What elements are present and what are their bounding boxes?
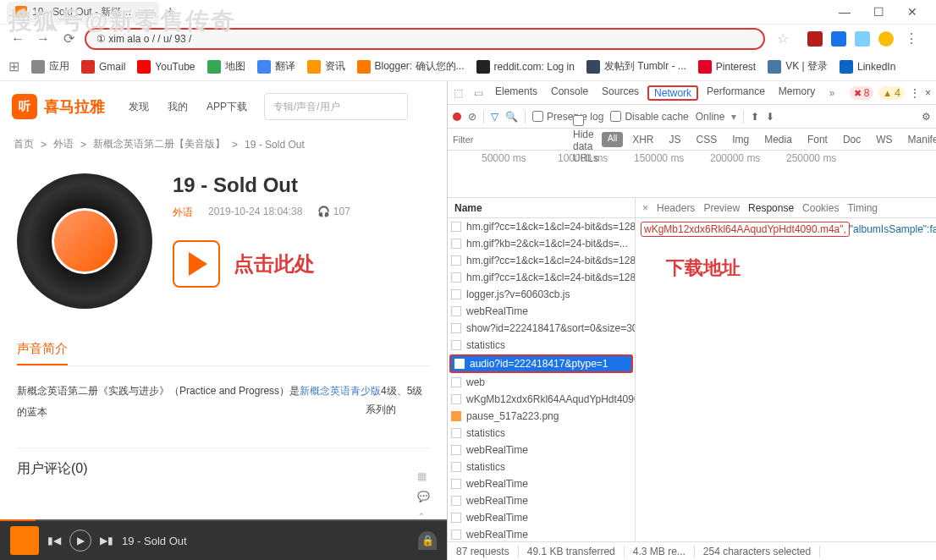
bookmark-item[interactable]: reddit.com: Log in bbox=[476, 59, 575, 74]
menu-icon[interactable]: ⋮ bbox=[902, 30, 921, 48]
request-row[interactable]: statistics bbox=[448, 458, 635, 475]
crumb-item[interactable]: 新概念英语第二册【美音版】 bbox=[93, 137, 225, 151]
reload-button[interactable]: ⟳ bbox=[59, 30, 78, 48]
upload-icon[interactable]: ⬆ bbox=[751, 111, 759, 123]
gear-icon[interactable]: ⚙ bbox=[922, 111, 931, 123]
devtools-tab-elements[interactable]: Elements bbox=[488, 85, 544, 97]
filter-doc[interactable]: Doc bbox=[837, 132, 867, 147]
minimize-button[interactable]: — bbox=[828, 1, 862, 23]
request-row[interactable]: hm.gif?kb=2&ck=1&cl=24-bit&ds=... bbox=[448, 235, 635, 252]
qr-icon[interactable]: ▦ bbox=[417, 470, 430, 482]
response-tab-cookies[interactable]: Cookies bbox=[802, 202, 839, 214]
filter-icon[interactable]: ▽ bbox=[491, 111, 498, 123]
close-devtools-icon[interactable]: × bbox=[925, 87, 931, 99]
nav-item[interactable]: 我的 bbox=[168, 100, 188, 114]
crumb-item[interactable]: 外语 bbox=[53, 137, 74, 151]
settings-icon[interactable]: ⋮ bbox=[910, 87, 920, 99]
close-response-icon[interactable]: × bbox=[642, 202, 648, 214]
request-row[interactable]: show?id=222418417&sort=0&size=30&pt... bbox=[448, 320, 635, 337]
response-body[interactable]: wKgMb12xdx6Rkl64AAqudYpHdt4090.m4a","alb… bbox=[636, 218, 936, 541]
browser-tab[interactable]: 19 - Sold Out - 新概念英语第二... × bbox=[7, 2, 159, 23]
maximize-button[interactable]: ☐ bbox=[862, 1, 895, 23]
filter-all[interactable]: All bbox=[602, 132, 623, 147]
forward-button[interactable]: → bbox=[34, 30, 52, 48]
filter-css[interactable]: CSS bbox=[691, 132, 724, 147]
bookmark-item[interactable]: 发帖到 Tumblr - ... bbox=[586, 59, 686, 74]
profile-avatar[interactable] bbox=[878, 31, 894, 47]
devtools-tab-sources[interactable]: Sources bbox=[595, 85, 646, 97]
bookmark-item[interactable]: 资讯 bbox=[307, 59, 345, 74]
devtools-tab-console[interactable]: Console bbox=[544, 85, 595, 97]
bookmark-item[interactable]: VK | 登录 bbox=[768, 59, 828, 74]
bookmark-item[interactable]: 应用 bbox=[31, 59, 69, 74]
response-tab-preview[interactable]: Preview bbox=[703, 202, 740, 214]
request-row[interactable]: wKgMb12xdx6Rkl64AAqudYpHdt4090.m4... bbox=[448, 391, 635, 408]
filter-input[interactable] bbox=[453, 135, 570, 145]
device-icon[interactable]: ▭ bbox=[468, 87, 488, 99]
desc-link[interactable]: 新概念英语青少版 bbox=[300, 385, 381, 397]
request-row[interactable]: webRealTime bbox=[448, 509, 635, 526]
prev-button[interactable]: ▮◀ bbox=[47, 535, 61, 546]
more-tabs-icon[interactable]: » bbox=[822, 87, 842, 99]
filter-media[interactable]: Media bbox=[758, 132, 798, 147]
devtools-tab-network[interactable]: Network bbox=[647, 85, 698, 101]
crumb-item[interactable]: 首页 bbox=[14, 137, 34, 151]
request-row[interactable]: webRealTime bbox=[448, 492, 635, 509]
lock-icon[interactable]: 🔒 bbox=[418, 531, 437, 550]
nav-item[interactable]: APP下载 bbox=[206, 100, 247, 114]
request-row[interactable]: logger.js?v=60603cb.js bbox=[448, 286, 635, 303]
play-button[interactable] bbox=[173, 240, 220, 288]
request-row[interactable]: statistics bbox=[448, 425, 635, 442]
response-tab-timing[interactable]: Timing bbox=[847, 202, 878, 214]
throttle-select[interactable]: Online bbox=[696, 111, 725, 123]
error-badge[interactable]: ✖ 8 bbox=[850, 86, 874, 100]
new-tab-button[interactable]: + bbox=[166, 3, 175, 21]
bookmark-item[interactable]: YouTube bbox=[137, 59, 195, 74]
filter-ws[interactable]: WS bbox=[870, 132, 898, 147]
close-window-button[interactable]: ✕ bbox=[895, 1, 929, 23]
request-row[interactable]: hm.gif?cc=1&ck=1&cl=24-bit&ds=1280x... bbox=[448, 269, 635, 286]
apps-button[interactable]: ⊞ bbox=[8, 58, 19, 74]
category-link[interactable]: 外语 bbox=[173, 206, 193, 220]
request-row[interactable]: webRealTime bbox=[448, 526, 635, 541]
filter-font[interactable]: Font bbox=[801, 132, 834, 147]
search-input[interactable]: 专辑/声音/用户 bbox=[264, 93, 408, 120]
chat-icon[interactable]: 💬 bbox=[417, 491, 430, 502]
crumb-item[interactable]: 19 - Sold Out bbox=[245, 139, 305, 151]
request-row[interactable]: audio?id=222418417&ptype=1 bbox=[449, 354, 633, 373]
devtools-tab-performance[interactable]: Performance bbox=[700, 85, 772, 97]
bookmark-item[interactable]: Pinterest bbox=[698, 59, 756, 74]
request-row[interactable]: webRealTime bbox=[448, 475, 635, 492]
warning-badge[interactable]: ▲ 4 bbox=[878, 86, 905, 100]
bookmark-item[interactable]: Gmail bbox=[81, 59, 125, 74]
response-tab-response[interactable]: Response bbox=[748, 202, 794, 214]
inspect-icon[interactable]: ⬚ bbox=[448, 87, 468, 99]
nav-item[interactable]: 发现 bbox=[129, 100, 149, 114]
request-row[interactable]: hm.gif?cc=1&ck=1&cl=24-bit&ds=1280x... bbox=[448, 218, 635, 235]
ext-icon-3[interactable] bbox=[855, 31, 870, 47]
next-button[interactable]: ▶▮ bbox=[100, 535, 113, 546]
bookmark-item[interactable]: LinkedIn bbox=[840, 59, 895, 74]
devtools-tab-memory[interactable]: Memory bbox=[772, 85, 822, 97]
request-row[interactable]: web bbox=[448, 374, 635, 391]
response-tab-headers[interactable]: Headers bbox=[657, 202, 695, 214]
name-column-header[interactable]: Name bbox=[448, 198, 635, 218]
request-row[interactable]: pause_517a223.png bbox=[448, 408, 635, 425]
ext-icon-2[interactable] bbox=[831, 31, 846, 47]
tab-description[interactable]: 声音简介 bbox=[17, 341, 68, 365]
address-input[interactable]: ① xim ala o / / u/ 93 / bbox=[85, 28, 765, 50]
ext-icon-1[interactable] bbox=[807, 31, 823, 47]
clear-button[interactable]: ⊘ bbox=[468, 111, 476, 123]
record-button[interactable] bbox=[453, 113, 461, 121]
bookmark-item[interactable]: 地图 bbox=[207, 59, 245, 74]
filter-img[interactable]: Img bbox=[726, 132, 755, 147]
disable-cache-checkbox[interactable]: Disable cache bbox=[610, 111, 688, 123]
request-row[interactable]: webRealTime bbox=[448, 303, 635, 320]
filter-js[interactable]: JS bbox=[663, 132, 686, 147]
bookmark-item[interactable]: 翻译 bbox=[257, 59, 295, 74]
timeline[interactable]: 50000 ms100000 ms150000 ms200000 ms25000… bbox=[448, 151, 936, 198]
request-row[interactable]: statistics bbox=[448, 337, 635, 354]
request-row[interactable]: webRealTime bbox=[448, 442, 635, 458]
close-tab-icon[interactable]: × bbox=[145, 6, 151, 18]
back-button[interactable]: ← bbox=[8, 30, 27, 48]
